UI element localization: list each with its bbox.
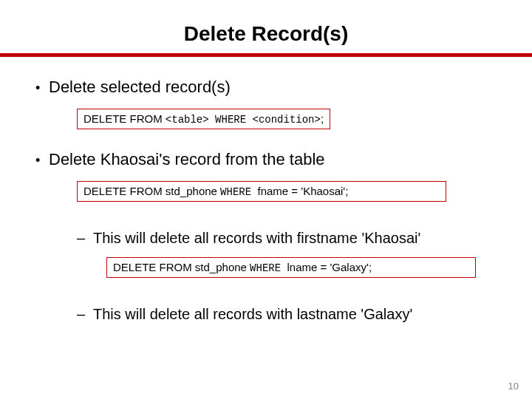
sub-bullet-item: – This will delete all records with firs… xyxy=(77,230,497,247)
bullet-text: Delete Khaosai's record from the table xyxy=(49,150,325,169)
bullet-item: • Delete selected record(s) xyxy=(35,78,497,98)
slide-title: Delete Record(s) xyxy=(0,22,532,46)
sql-keyword: WHERE xyxy=(209,114,253,126)
bullet-dot-icon: • xyxy=(35,150,49,171)
code-box-fname: DELETE FROM std_phone WHERE fname = 'Kha… xyxy=(77,181,446,202)
bullet-dot-icon: • xyxy=(35,78,49,98)
sql-arg: <table> xyxy=(166,114,209,126)
code-box-lname: DELETE FROM std_phone WHERE lname = 'Gal… xyxy=(106,257,476,278)
sql-keyword: DELETE FROM xyxy=(83,112,166,125)
sql-arg: fname = 'Khaosai'; xyxy=(258,185,349,197)
sub-bullet-item: – This will delete all records with last… xyxy=(77,306,497,323)
sub-bullet-text: This will delete all records with lastna… xyxy=(93,306,412,323)
title-underline xyxy=(0,53,532,57)
sql-keyword: DELETE FROM xyxy=(113,261,195,273)
sql-arg: <condition> xyxy=(252,114,320,126)
sql-arg: std_phone xyxy=(166,185,220,197)
slide-content: • Delete selected record(s) DELETE FROM … xyxy=(0,78,532,323)
slide: Delete Record(s) • Delete selected recor… xyxy=(0,0,532,399)
sql-keyword: WHERE xyxy=(220,186,257,198)
dash-icon: – xyxy=(77,230,93,247)
sql-tail: ; xyxy=(321,112,324,125)
sub-bullet-text: This will delete all records with firstn… xyxy=(93,230,420,247)
sql-arg: lname = 'Galaxy'; xyxy=(287,261,372,273)
bullet-item: • Delete Khaosai's record from the table xyxy=(35,150,497,171)
sql-arg: std_phone xyxy=(195,261,250,273)
dash-icon: – xyxy=(77,306,93,323)
code-box-generic: DELETE FROM <table> WHERE <condition>; xyxy=(77,109,330,129)
sql-keyword: DELETE FROM xyxy=(83,185,166,197)
page-number: 10 xyxy=(508,381,519,392)
bullet-text: Delete selected record(s) xyxy=(49,78,231,97)
sql-keyword: WHERE xyxy=(250,262,287,274)
